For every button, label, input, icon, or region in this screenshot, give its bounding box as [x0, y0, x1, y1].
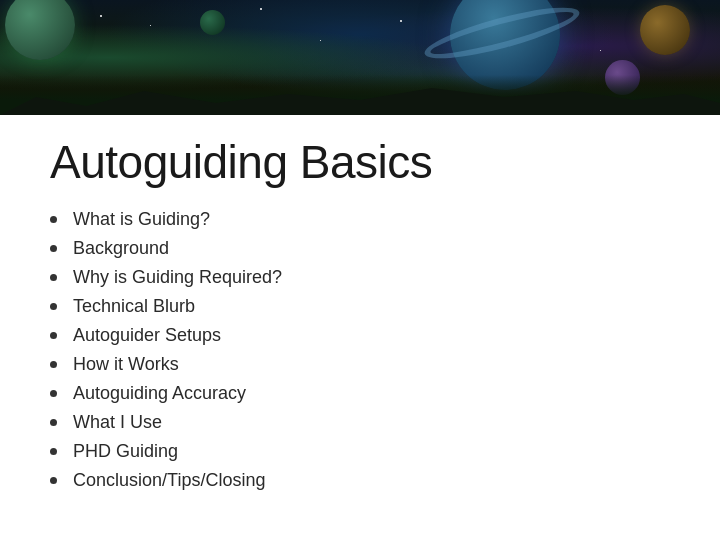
bullet-dot: [50, 361, 57, 368]
terrain: [0, 75, 720, 115]
bullet-dot: [50, 245, 57, 252]
bullet-dot: [50, 477, 57, 484]
list-item: Conclusion/Tips/Closing: [50, 470, 670, 491]
list-item: Why is Guiding Required?: [50, 267, 670, 288]
slide-title: Autoguiding Basics: [50, 135, 670, 189]
list-item: Autoguiding Accuracy: [50, 383, 670, 404]
bullet-dot: [50, 332, 57, 339]
header-image: [0, 0, 720, 115]
star: [150, 25, 151, 26]
planet-3: [640, 5, 690, 55]
list-item: What is Guiding?: [50, 209, 670, 230]
planet-5: [200, 10, 225, 35]
bullet-dot: [50, 419, 57, 426]
bullet-text: Why is Guiding Required?: [73, 267, 282, 288]
star: [100, 15, 102, 17]
bullet-text: How it Works: [73, 354, 179, 375]
list-item: PHD Guiding: [50, 441, 670, 462]
bullet-text: What I Use: [73, 412, 162, 433]
bullet-list: What is Guiding?BackgroundWhy is Guiding…: [50, 209, 670, 491]
star: [320, 40, 321, 41]
bullet-text: Technical Blurb: [73, 296, 195, 317]
bullet-text: Conclusion/Tips/Closing: [73, 470, 265, 491]
bullet-text: PHD Guiding: [73, 441, 178, 462]
bullet-text: Background: [73, 238, 169, 259]
list-item: What I Use: [50, 412, 670, 433]
bullet-dot: [50, 274, 57, 281]
bullet-dot: [50, 216, 57, 223]
star: [600, 50, 601, 51]
list-item: Technical Blurb: [50, 296, 670, 317]
bullet-dot: [50, 390, 57, 397]
bullet-text: Autoguider Setups: [73, 325, 221, 346]
bullet-dot: [50, 448, 57, 455]
bullet-dot: [50, 303, 57, 310]
list-item: Autoguider Setups: [50, 325, 670, 346]
list-item: How it Works: [50, 354, 670, 375]
bullet-text: What is Guiding?: [73, 209, 210, 230]
list-item: Background: [50, 238, 670, 259]
content-area: Autoguiding Basics What is Guiding?Backg…: [0, 115, 720, 519]
star: [400, 20, 402, 22]
slide: Autoguiding Basics What is Guiding?Backg…: [0, 0, 720, 540]
bullet-text: Autoguiding Accuracy: [73, 383, 246, 404]
star: [260, 8, 262, 10]
